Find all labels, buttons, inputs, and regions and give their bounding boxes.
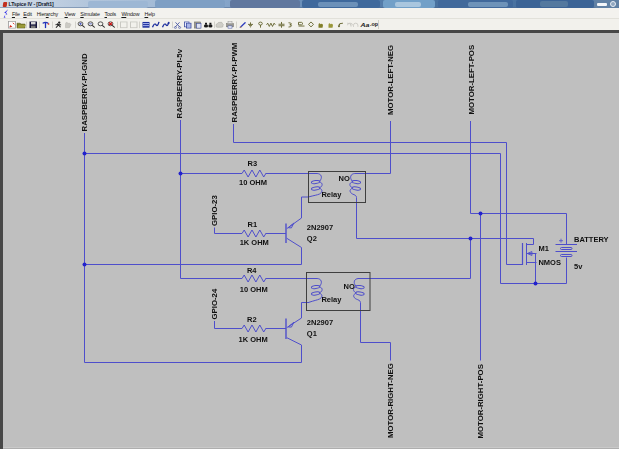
svg-text:10 OHM: 10 OHM [240, 285, 268, 294]
svg-text:MOTOR-LEFT-NEG: MOTOR-LEFT-NEG [386, 45, 395, 115]
svg-text:R3: R3 [248, 159, 258, 168]
svg-text:BATTERY: BATTERY [574, 235, 609, 244]
svg-text:2N2907: 2N2907 [307, 223, 333, 232]
svg-text:R4: R4 [247, 266, 257, 275]
svg-text:NO: NO [339, 174, 350, 183]
svg-text:1K OHM: 1K OHM [239, 335, 268, 344]
svg-text:GPIO-24: GPIO-24 [210, 288, 219, 319]
svg-text:5v: 5v [574, 262, 583, 271]
svg-text:Relay: Relay [321, 190, 342, 199]
svg-text:RASPBERRY-PI-5v: RASPBERRY-PI-5v [175, 48, 184, 118]
svg-text:Relay: Relay [321, 295, 342, 304]
svg-text:10 OHM: 10 OHM [239, 178, 267, 187]
svg-text:1K OHM: 1K OHM [240, 238, 269, 247]
svg-text:M1: M1 [538, 244, 548, 253]
svg-text:GPIO-23: GPIO-23 [210, 195, 219, 226]
svg-text:Q2: Q2 [307, 234, 317, 243]
svg-text:R2: R2 [247, 315, 257, 324]
svg-text:R1: R1 [248, 220, 258, 229]
svg-text:MOTOR-RIGHT-NEG: MOTOR-RIGHT-NEG [386, 363, 395, 438]
svg-text:RASPBERRY-PI-PWM: RASPBERRY-PI-PWM [230, 43, 239, 123]
svg-text:2N2907: 2N2907 [307, 318, 333, 327]
svg-text:NO: NO [344, 282, 355, 291]
svg-text:RASPBERRY-PI-GND: RASPBERRY-PI-GND [80, 53, 89, 131]
svg-text:NMOS: NMOS [538, 258, 561, 267]
svg-text:Q1: Q1 [307, 329, 317, 338]
svg-text:MOTOR-LEFT-POS: MOTOR-LEFT-POS [467, 45, 476, 115]
svg-text:MOTOR-RIGHT-POS: MOTOR-RIGHT-POS [476, 364, 485, 438]
